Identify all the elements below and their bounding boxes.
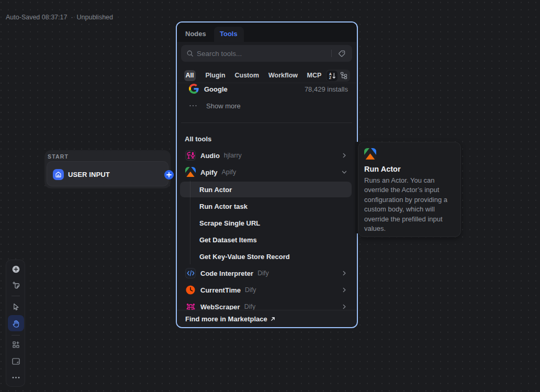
svg-text:Z: Z xyxy=(329,76,331,80)
